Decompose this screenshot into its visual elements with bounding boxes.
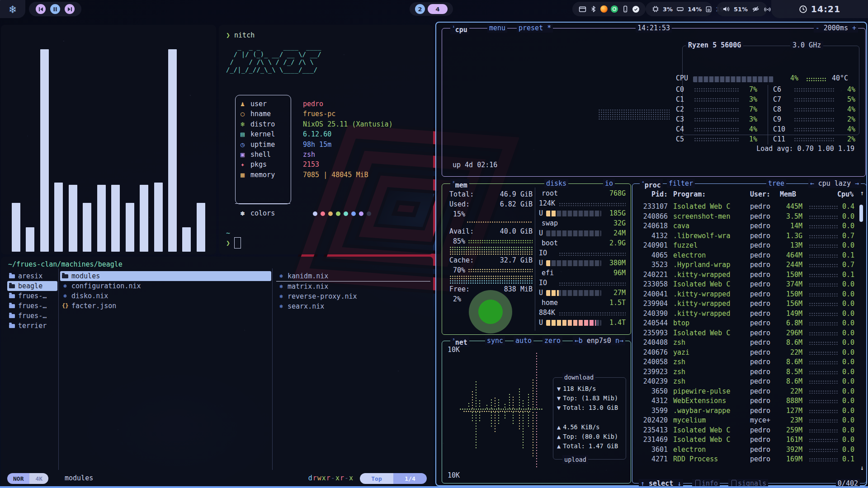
workspace-2[interactable]: 2 [415,4,425,14]
file-list-item[interactable]: ❄ {} facter.json [60,301,271,311]
process-row[interactable]: 3650 pipewire-pulse pedro 22M 0.0 [636,387,854,397]
process-row[interactable]: 240390 .kitty-wrapped pedro 149M 0.0 [636,309,854,319]
launcher-button[interactable]: ❄ [0,0,25,18]
phone-icon[interactable] [622,5,629,13]
file-list-item[interactable]: ❄ {} disko.nix [60,291,271,301]
clock-widget[interactable]: 14:21 [771,0,868,18]
preview-list-item[interactable]: ❄ matrix.nix [276,282,430,291]
process-row[interactable]: 240676 yazi pedro 22M 0.0 [636,348,854,358]
net-graph-column [467,402,470,408]
parent-dir-item[interactable]: aresix [7,271,57,281]
net-graph-column [522,411,524,449]
preview-list-item[interactable]: ❄ kanidm.nix [276,271,430,282]
folder-icon [62,274,68,278]
memory-stats: Total:46.9 GiB Used:6.82 GiB 15% Avail:4… [449,189,533,304]
parent-dir-item[interactable]: beagle [7,281,57,291]
process-row[interactable]: 235413 Isolated Web C pedro 259M 0.0 [636,426,854,436]
file-list-item[interactable]: ❄ {} modules [60,271,271,281]
net-graph-column [497,399,500,408]
process-row[interactable]: 240408 zsh pedro 8.6M 0.0 [636,338,854,348]
interface-selector[interactable]: ←b enp7s0 n→ [573,336,625,345]
media-previous-button[interactable] [36,4,46,14]
media-pause-button[interactable] [50,4,60,14]
net-graph-column [490,399,493,408]
broadcast-icon[interactable] [764,5,771,13]
check-tray-icon[interactable] [632,6,639,13]
parent-dir-item[interactable]: terrier [7,321,57,331]
tree-button[interactable]: tree [766,179,786,188]
sort-selector[interactable]: ← cpu lazy → [808,179,861,188]
process-row[interactable]: 233107 Isolated Web C pedro 445M 0.4 [636,202,854,212]
refresh-interval-control[interactable]: - 2000ms + [814,23,858,33]
info-row-value: 98h 15m [290,140,331,150]
browser-tray-icon[interactable] [600,5,608,13]
nixos-logo-icon: ❄ [9,3,16,16]
menu-button[interactable]: menu [487,23,507,33]
disks-toggle[interactable]: disks [544,179,568,188]
mem-panel-title[interactable]: ²mem [450,179,469,190]
process-row[interactable]: 4065 electron pedro 464M 0.1 [636,251,854,261]
process-row[interactable]: 231469 Isolated Web C pedro 161M 0.0 [636,435,854,445]
net-graph-column [478,411,481,421]
next-icon [67,7,72,12]
folder-icon [9,284,15,288]
terminal-window-icon[interactable] [579,5,586,13]
process-row[interactable]: 3523 .Hyprland-wrap pedro 244M 0.7 [636,260,854,270]
workspace-4-active[interactable]: 4 [428,4,448,14]
process-scrollbar[interactable] [859,202,863,470]
process-row[interactable]: 4271 RDD Process pedro 169M 0.1 [636,455,854,465]
color-dot [359,211,363,216]
process-row[interactable]: 240041 .kitty-wrapped pedro 150M 0.0 [636,290,854,300]
process-row[interactable]: 239923 zsh pedro 8.5M 0.0 [636,367,854,377]
proc-panel-title[interactable]: ⁴proc [640,179,663,190]
media-next-button[interactable] [65,4,75,14]
net-graph-column [535,352,538,408]
eye-off-icon[interactable] [752,5,760,13]
process-row[interactable]: 240239 zsh pedro 8.6M 0.0 [636,377,854,387]
process-row[interactable]: 240544 btop pedro 6.8M 0.0 [636,319,854,328]
process-row[interactable]: 240866 screenshot-men pedro 3.5M 0.0 [636,212,854,222]
preview-list-item[interactable]: ❄ reverse-proxy.nix [276,291,430,301]
process-row[interactable]: 4312 WebExtensions pedro 888M 0.0 [636,396,854,406]
process-row[interactable]: 235993 Isolated Web C pedro 296M 0.0 [636,328,854,338]
scrollbar-thumb[interactable] [859,205,863,222]
dir-name: aresix [18,271,42,281]
memory-panel: ²mem disks io Total:46.9 GiB Used:6.82 G… [442,183,631,335]
preview-list-item[interactable]: ❄ searx.nix [276,301,430,311]
volume-icon[interactable] [722,5,730,13]
mode-badge: NOR [7,473,29,484]
bluetooth-icon[interactable] [590,5,597,13]
net-graph-column [490,411,493,427]
parent-dir-item[interactable]: frues-… [7,301,57,311]
info-row-icon: ○ [241,109,250,119]
process-table-header: Pid: Program: User: MemB Cpu% [636,190,854,198]
folder-icon [9,304,15,308]
file-list-item[interactable]: ❄ {} configuration.nix [60,281,271,291]
parent-dir-item[interactable]: frues-… [7,291,57,301]
process-row[interactable]: 4132 .librewolf-wra pedro 1.3G 0.7 [636,231,854,241]
zero-button[interactable]: zero [542,336,562,345]
process-row[interactable]: 233058 Isolated Web C pedro 374M 0.0 [636,280,854,290]
process-row[interactable]: 239904 .kitty-wrapped pedro 156M 0.0 [636,299,854,309]
sync-button[interactable]: sync [485,336,505,345]
process-row[interactable]: 240221 .kitty-wrapped pedro 150M 0.1 [636,270,854,280]
process-row[interactable]: 202420 mycelium myce+ 23M 0.0 [636,416,854,426]
scroll-down-arrow[interactable]: ↓ [860,464,864,471]
syncthing-icon[interactable] [611,5,618,13]
scroll-up-arrow[interactable]: ↑ [860,189,864,197]
auto-button[interactable]: auto [514,336,533,345]
filter-button[interactable]: filter [667,179,695,188]
parent-dir-item[interactable]: frues-… [7,311,57,321]
process-row[interactable]: 240058 zsh pedro 8.6M 0.0 [636,357,854,367]
info-row-label: distro [250,119,290,129]
info-row-label: shell [250,150,290,160]
process-row[interactable]: 240901 fuzzel pedro 13M 0.0 [636,241,854,251]
cpu-panel-title[interactable]: ¹cpu [450,23,469,34]
preset-button[interactable]: preset * [517,23,553,33]
process-row[interactable]: 3599 .waybar-wrappe pedro 127M 0.0 [636,406,854,416]
net-graph-column [494,397,496,408]
memory-usage: 14% [688,6,702,13]
process-row[interactable]: 240618 cava pedro 14M 0.0 [636,221,854,231]
io-toggle[interactable]: io [603,179,615,188]
process-row[interactable]: 3601 electron pedro 392M 0.0 [636,445,854,455]
